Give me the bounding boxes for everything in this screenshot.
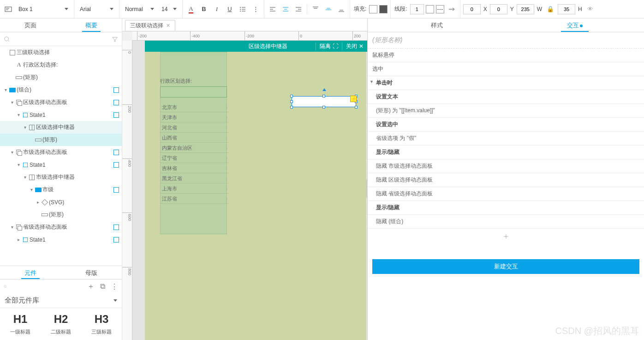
more-text-button[interactable]: ⋮ bbox=[250, 4, 261, 15]
outline-node[interactable]: State1 bbox=[0, 158, 122, 171]
font-weight-dropdown[interactable]: Normal bbox=[122, 6, 157, 12]
resize-handle[interactable] bbox=[290, 106, 293, 109]
add-interaction-icon[interactable]: ＋ bbox=[368, 229, 644, 243]
province-item[interactable]: 天津市› bbox=[160, 112, 229, 122]
outline-node[interactable]: State1 bbox=[0, 109, 122, 121]
tab-masters[interactable]: 母版 bbox=[61, 266, 122, 279]
tab-style[interactable]: 样式 bbox=[368, 18, 506, 32]
tab-outline[interactable]: 概要 bbox=[61, 18, 122, 32]
interaction-row[interactable]: (矩形) 为 "[[Item.value]]" bbox=[368, 104, 644, 118]
library-options-icon[interactable]: ⧉ bbox=[100, 282, 105, 291]
align-left-button[interactable] bbox=[267, 4, 278, 15]
interaction-row[interactable]: 鼠标悬停 bbox=[368, 49, 644, 62]
underline-button[interactable]: U bbox=[224, 4, 235, 15]
interaction-row[interactable]: 显示/隐藏 bbox=[368, 201, 644, 215]
interaction-row[interactable]: 显示/隐藏 bbox=[368, 146, 644, 159]
province-item[interactable]: 辽宁省› bbox=[160, 153, 229, 163]
outline-node[interactable]: 省级选择动态面板 bbox=[0, 221, 122, 233]
outline-node[interactable]: State1 bbox=[0, 233, 122, 246]
province-item[interactable]: 黑龙江省› bbox=[160, 173, 229, 183]
breadcrumb-repeater[interactable]: 区级选择中继器 bbox=[220, 42, 316, 50]
canvas[interactable]: 区级选择动态面板: State1 » 区级选择中继器 隔离 ⛶ 关闭 ✕ 行政区… bbox=[132, 41, 367, 340]
font-color-button[interactable]: A bbox=[185, 4, 197, 15]
x-input[interactable] bbox=[463, 4, 481, 14]
province-item[interactable]: 吉林省› bbox=[160, 163, 229, 173]
widget-library-name[interactable]: 全部元件库 bbox=[5, 296, 39, 305]
outline-node[interactable]: 区级选择动态面板 bbox=[0, 96, 122, 109]
province-item[interactable]: 河北省› bbox=[160, 122, 229, 133]
align-center-button[interactable] bbox=[280, 4, 291, 15]
add-library-icon[interactable]: ＋ bbox=[87, 282, 95, 291]
outline-node[interactable]: (矩形) bbox=[0, 134, 122, 146]
line-color-swatch[interactable] bbox=[426, 5, 434, 13]
province-item[interactable]: 江苏省› bbox=[160, 194, 229, 204]
bullets-button[interactable] bbox=[237, 4, 248, 15]
align-right-button[interactable] bbox=[293, 4, 304, 15]
outline-node[interactable]: 区级选择中继器 bbox=[0, 121, 122, 134]
outline-node[interactable]: (矩形) bbox=[0, 208, 122, 221]
arrow-style-button[interactable] bbox=[446, 4, 457, 15]
interaction-row[interactable]: 隐藏 省级选择动态面板 bbox=[368, 187, 644, 201]
outline-node[interactable]: 三级联动选择 bbox=[0, 46, 122, 59]
tab-interactions[interactable]: 交互 bbox=[506, 18, 644, 32]
interaction-row[interactable]: 隐藏 市级选择动态面板 bbox=[368, 159, 644, 173]
lock-aspect-icon[interactable]: 🔒 bbox=[545, 4, 556, 15]
outline-node[interactable]: 市级选择动态面板 bbox=[0, 146, 122, 158]
y-input[interactable] bbox=[490, 4, 507, 14]
widget-item[interactable]: H3三级标题 bbox=[81, 313, 122, 335]
selected-shape[interactable]: ⚡ bbox=[292, 96, 356, 107]
visibility-icon[interactable]: 👁 bbox=[585, 4, 596, 15]
shape-picker-icon[interactable] bbox=[3, 4, 14, 15]
isolate-button[interactable]: 隔离 ⛶ bbox=[316, 42, 342, 50]
resize-handle[interactable] bbox=[290, 100, 293, 103]
rotate-handle[interactable] bbox=[322, 88, 326, 91]
interaction-row[interactable]: 隐藏 (组合) bbox=[368, 215, 644, 229]
font-size-dropdown[interactable]: 14 bbox=[159, 6, 179, 12]
shape-name-input[interactable]: (矩形名称) bbox=[368, 32, 644, 49]
bold-button[interactable]: B bbox=[198, 4, 209, 15]
valign-middle-button[interactable] bbox=[323, 4, 334, 15]
outline-node[interactable]: A行政区划选择: bbox=[0, 59, 122, 71]
widget-item[interactable]: H1一级标题 bbox=[0, 313, 41, 335]
new-interaction-button[interactable]: 新建交互 bbox=[372, 259, 639, 274]
shape-type-dropdown[interactable]: Box 1 bbox=[16, 6, 71, 12]
outline-node[interactable]: 市级 bbox=[0, 183, 122, 196]
resize-handle[interactable] bbox=[322, 95, 325, 97]
h-input[interactable] bbox=[558, 4, 575, 14]
tab-pages[interactable]: 页面 bbox=[0, 18, 61, 32]
interaction-row[interactable]: 设置选中 bbox=[368, 118, 644, 132]
province-item[interactable]: 山西省› bbox=[160, 133, 229, 143]
filter-icon[interactable] bbox=[112, 36, 118, 42]
resize-handle[interactable] bbox=[290, 95, 293, 97]
valign-top-button[interactable] bbox=[310, 4, 321, 15]
outline-node[interactable]: 市级选择中继器 bbox=[0, 171, 122, 183]
fill-color-swatch[interactable] bbox=[379, 5, 388, 13]
interaction-row[interactable]: 选中 bbox=[368, 62, 644, 76]
province-item[interactable]: 北京市› bbox=[160, 102, 229, 112]
outline-node[interactable]: (矩形) bbox=[0, 71, 122, 84]
italic-button[interactable]: I bbox=[211, 4, 222, 15]
interaction-row[interactable]: 省级选项 为 "假" bbox=[368, 132, 644, 146]
line-dash-swatch[interactable] bbox=[436, 5, 444, 13]
line-width-input[interactable] bbox=[410, 4, 424, 14]
outline-node[interactable]: (组合) bbox=[0, 84, 122, 96]
outline-search-input[interactable] bbox=[14, 36, 108, 42]
fill-none-swatch[interactable] bbox=[369, 5, 377, 13]
outline-node[interactable]: (SVG) bbox=[0, 196, 122, 208]
province-item[interactable]: 上海市› bbox=[160, 183, 229, 194]
panel-splitter[interactable] bbox=[366, 179, 367, 198]
widget-item[interactable]: H2二级标题 bbox=[41, 313, 81, 335]
font-family-dropdown[interactable]: Arial bbox=[77, 6, 116, 12]
interaction-row[interactable]: 隐藏 区级选择动态面板 bbox=[368, 173, 644, 187]
widget-search-input[interactable] bbox=[12, 283, 82, 290]
province-input[interactable] bbox=[160, 86, 227, 97]
tab-widgets[interactable]: 元件 bbox=[0, 266, 61, 279]
close-state-button[interactable]: 关闭 ✕ bbox=[342, 42, 367, 50]
interaction-row[interactable]: 设置文本 bbox=[368, 90, 644, 104]
resize-handle[interactable] bbox=[355, 106, 358, 109]
w-input[interactable] bbox=[517, 4, 534, 14]
valign-bottom-button[interactable] bbox=[336, 4, 347, 15]
province-item[interactable]: 内蒙古自治区› bbox=[160, 143, 229, 153]
library-menu-icon[interactable]: ⋮ bbox=[111, 282, 118, 291]
interaction-row[interactable]: 单击时 bbox=[368, 76, 644, 90]
